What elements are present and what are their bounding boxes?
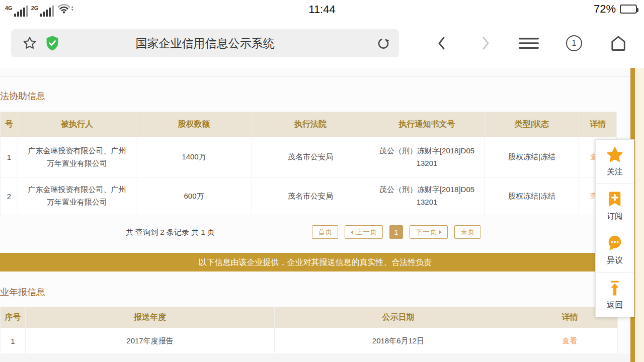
current-page-button[interactable]: 1 (389, 225, 403, 239)
next-row-partial (0, 353, 630, 362)
battery-icon (620, 5, 637, 14)
prev-page-button[interactable]: 上一页 (345, 225, 383, 239)
section-title-annual-report: 业年报信息 (0, 286, 45, 298)
col-header-party: 被执行人 (18, 112, 136, 137)
cell-amount: 1400万 (136, 137, 252, 177)
address-bar[interactable]: 国家企业信用信息公示系统 (11, 29, 399, 57)
tab-count: 1 (572, 39, 577, 48)
status-bar: 4G 2G 11:44 72% (0, 0, 644, 19)
follow-button[interactable]: 关注 (596, 140, 634, 184)
security-shield-icon[interactable] (45, 35, 59, 53)
prev-page-label: 上一页 (356, 228, 377, 237)
next-page-label: 下一页 (416, 228, 437, 237)
back-to-top-button[interactable]: 返回 (596, 273, 634, 317)
floating-action-panel: 关注 订阅 异议 (595, 139, 634, 317)
current-page-number: 1 (394, 228, 398, 236)
cell-no: 1 (1, 328, 26, 354)
cell-publish-date: 2018年6月12日 (275, 328, 522, 354)
col-header-type: 类型|状态 (485, 112, 579, 137)
subscribe-label: 订阅 (607, 211, 623, 222)
cell-type: 股权冻结|冻结 (485, 137, 579, 177)
cell-court: 茂名市公安局 (252, 177, 369, 215)
prev-arrow-icon (351, 230, 353, 234)
col-header-report-year: 报送年度 (26, 307, 275, 328)
section-title-judicial-assistance: 法协助信息 (0, 90, 45, 102)
col-header-amount: 股权数额 (136, 112, 252, 137)
first-page-label: 首页 (318, 228, 332, 237)
table-row: 1 2017年度报告 2018年6月12日 查看 (1, 328, 618, 354)
top-divider (0, 68, 630, 77)
webpage-viewport: 法协助信息 号 被执行人 股权数额 执行法院 执行通知书文号 类型|状态 详情 … (0, 68, 644, 362)
col-header-no: 序号 (1, 307, 26, 328)
next-page-button[interactable]: 下一页 (410, 225, 448, 239)
annual-report-table: 序号 报送年度 公示日期 详情 1 2017年度报告 2018年6月12日 查看 (0, 307, 618, 354)
col-header-no: 号 (1, 112, 18, 137)
cell-no: 1 (1, 137, 18, 177)
cell-doc: 茂公（刑）冻财字[2018]D0513201 (369, 177, 485, 215)
home-icon[interactable] (607, 33, 629, 53)
cell-report-year: 2017年度报告 (26, 328, 275, 354)
back-to-top-label: 返回 (607, 300, 623, 311)
objection-label: 异议 (607, 255, 623, 266)
tab-count-badge[interactable]: 1 (563, 33, 585, 53)
right-edge-strip (635, 68, 644, 362)
cell-court: 茂名市公安局 (252, 137, 369, 177)
col-header-publish-date: 公示日期 (275, 307, 522, 328)
col-header-court: 执行法院 (252, 112, 369, 137)
battery-percent: 72% (594, 3, 616, 16)
cell-type: 股权冻结|冻结 (485, 177, 579, 215)
cell-amount: 600万 (136, 177, 252, 215)
browser-toolbar: 国家企业信用信息公示系统 1 (0, 19, 644, 67)
table-row: 1 广东金琳投资有限公司、广州万年置业有限公司 1400万 茂名市公安局 茂公（… (1, 137, 617, 177)
next-arrow-icon (439, 230, 442, 234)
cell-no: 2 (1, 177, 18, 215)
pagination: 共 查询到 2 条记录 共 1 页 首页 上一页 1 下一页 末页 (0, 225, 630, 240)
table-header-row: 序号 报送年度 公示日期 详情 (1, 307, 618, 328)
favorite-star-icon[interactable] (22, 36, 37, 53)
bookmark-plus-icon (606, 190, 624, 210)
follow-label: 关注 (607, 167, 623, 177)
forward-icon[interactable] (474, 33, 497, 53)
table-row: 2 广东金琳投资有限公司、广州万年置业有限公司 600万 茂名市公安局 茂公（刑… (1, 177, 617, 215)
disclaimer-banner: 以下信息由该企业提供，企业对其报送信息的真实性、合法性负责 (0, 253, 630, 272)
refresh-icon[interactable] (376, 36, 391, 53)
cell-doc: 茂公（刑）冻财字[2018]D0513201 (369, 137, 485, 177)
first-page-button[interactable]: 首页 (312, 225, 338, 239)
view-detail-link[interactable]: 查看 (562, 336, 578, 345)
page-title: 国家企业信用信息公示系统 (11, 29, 399, 57)
star-icon (605, 146, 624, 166)
col-header-detail: 详情 (579, 112, 617, 137)
cell-party: 广东金琳投资有限公司、广州万年置业有限公司 (18, 177, 136, 215)
record-count-summary: 共 查询到 2 条记录 共 1 页 (126, 225, 215, 240)
back-icon[interactable] (431, 33, 453, 53)
back-to-top-icon (606, 279, 624, 299)
table-header-row: 号 被执行人 股权数额 执行法院 执行通知书文号 类型|状态 详情 (1, 112, 617, 137)
objection-button[interactable]: 异议 (596, 228, 634, 273)
cell-party: 广东金琳投资有限公司、广州万年置业有限公司 (18, 137, 136, 177)
last-page-button[interactable]: 末页 (454, 225, 480, 239)
menu-icon[interactable] (518, 33, 540, 53)
last-page-label: 末页 (460, 228, 474, 237)
subscribe-button[interactable]: 订阅 (596, 184, 634, 228)
judicial-assistance-table: 号 被执行人 股权数额 执行法院 执行通知书文号 类型|状态 详情 1 广东金琳… (0, 112, 617, 215)
chat-icon (605, 234, 624, 254)
clock: 11:44 (0, 3, 644, 16)
col-header-doc: 执行通知书文号 (369, 112, 485, 137)
